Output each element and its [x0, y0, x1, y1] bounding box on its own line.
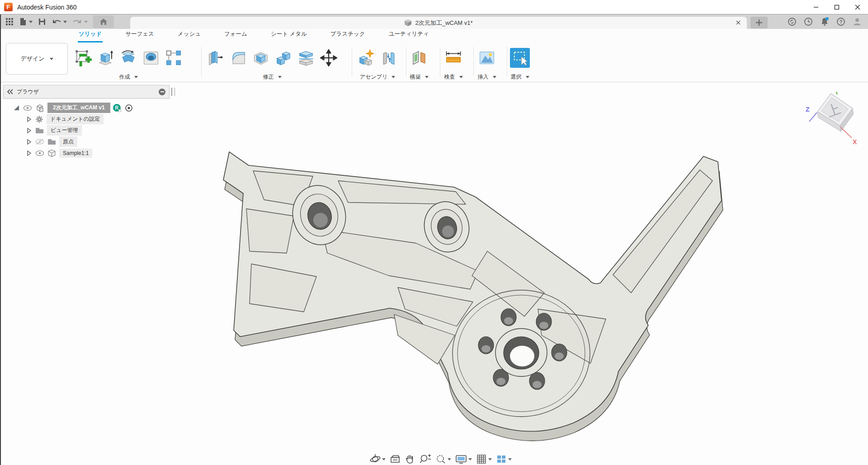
app-grid-button[interactable] — [3, 15, 16, 28]
new-component-icon — [358, 49, 375, 66]
viewcube-z-axis-label: Z — [806, 106, 810, 113]
browser-resize-handle[interactable] — [171, 88, 175, 96]
save-button[interactable] — [35, 15, 49, 28]
browser-item-sample-body[interactable]: Sample1:1 — [3, 147, 176, 159]
expand-arrow-icon[interactable] — [26, 116, 32, 122]
grid-snap-button[interactable] — [476, 454, 492, 465]
insert-image-button[interactable] — [477, 47, 497, 68]
tab-plastic[interactable]: プラスチック — [330, 30, 366, 42]
browser-item-origin[interactable]: 原点 — [3, 136, 176, 147]
pan-button[interactable] — [405, 454, 415, 465]
browser-item-document-settings[interactable]: ドキュメントの設定 — [3, 113, 176, 125]
visibility-eye-icon[interactable] — [35, 150, 44, 156]
display-settings-icon — [455, 454, 467, 465]
undo-button[interactable] — [49, 15, 70, 28]
help-button[interactable]: ? — [835, 16, 846, 27]
orbit-caret-icon — [382, 458, 386, 460]
press-pull-button[interactable] — [206, 47, 226, 68]
browser-panel: ブラウザ 2次元加工_wCAM — [3, 85, 176, 159]
group-label-select[interactable]: 選択 — [510, 72, 530, 81]
construct-plane-button[interactable] — [409, 47, 429, 68]
collapse-panel-icon — [7, 89, 14, 94]
group-label-inspect[interactable]: 検査 — [443, 72, 463, 81]
tab-mesh[interactable]: メッシュ — [177, 30, 202, 42]
notifications-button[interactable] — [819, 16, 830, 27]
component-document-icon — [35, 104, 44, 112]
group-assemble-caret-icon — [392, 76, 395, 78]
extensions-button[interactable] — [787, 16, 797, 27]
combine-button[interactable] — [274, 47, 293, 68]
new-tab-button[interactable] — [750, 17, 768, 28]
move-copy-button[interactable] — [319, 47, 339, 68]
look-at-button[interactable] — [390, 454, 401, 465]
tab-solid[interactable]: ソリッド — [78, 30, 103, 42]
combine-icon — [275, 49, 292, 66]
group-label-modify[interactable]: 修正 — [206, 72, 339, 81]
hole-icon — [142, 49, 160, 66]
orbit-button[interactable] — [370, 454, 386, 465]
view-cube[interactable]: 上 Z X — [792, 88, 864, 156]
clock-icon — [803, 17, 813, 27]
shell-button[interactable] — [251, 47, 271, 68]
job-status-button[interactable] — [803, 16, 814, 27]
folder-icon — [47, 138, 56, 145]
group-inspect: 検査 — [443, 43, 463, 81]
expand-arrow-icon[interactable] — [26, 127, 32, 134]
tab-close-button[interactable] — [734, 19, 742, 27]
revolve-button[interactable] — [118, 47, 138, 68]
fit-icon — [435, 454, 446, 465]
file-menu-button[interactable] — [16, 15, 35, 28]
display-settings-button[interactable] — [455, 454, 472, 465]
tab-utility[interactable]: ユーティリティ — [388, 30, 430, 42]
group-inspect-caret-icon — [459, 76, 463, 78]
fit-button[interactable] — [435, 454, 451, 465]
close-button[interactable] — [847, 0, 868, 14]
visibility-eye-icon[interactable] — [23, 105, 32, 111]
document-tab[interactable]: 2次元加工_wCAM v1* — [130, 17, 747, 29]
group-create-caret-icon — [134, 76, 138, 78]
expand-arrow-icon[interactable] — [26, 150, 32, 156]
visibility-off-eye-icon[interactable] — [35, 138, 44, 145]
minimize-button[interactable] — [806, 0, 826, 14]
group-label-construct[interactable]: 構築 — [409, 72, 429, 81]
tab-sheetmetal[interactable]: シート メタル — [270, 30, 308, 42]
document-title: 2次元加工_wCAM v1* — [415, 19, 472, 27]
profile-button[interactable] — [852, 16, 863, 27]
group-label-assemble[interactable]: アセンブリ — [356, 72, 399, 81]
activate-radio-icon[interactable] — [124, 103, 133, 113]
workspace-selector[interactable]: デザイン — [6, 43, 68, 75]
look-at-icon — [390, 454, 401, 465]
split-body-button[interactable] — [296, 47, 316, 68]
group-label-create[interactable]: 作成 — [73, 72, 184, 81]
viewport-canvas[interactable]: ブラウザ 2次元加工_wCAM — [0, 82, 868, 465]
expand-arrow-icon[interactable] — [26, 139, 32, 145]
viewports-button[interactable] — [496, 454, 512, 465]
measure-button[interactable] — [443, 47, 463, 68]
root-component-label[interactable]: 2次元加工_wCAM v1 — [47, 103, 110, 113]
new-component-button[interactable] — [356, 47, 376, 68]
window-left-edge — [0, 14, 1, 465]
create-sketch-button[interactable] — [73, 47, 93, 68]
tab-surface[interactable]: サーフェス — [124, 30, 155, 42]
expanded-corner-icon[interactable] — [13, 104, 20, 111]
browser-header[interactable]: ブラウザ — [3, 85, 170, 99]
redo-icon — [72, 18, 82, 26]
maximize-button[interactable] — [826, 0, 847, 14]
browser-collapse-button[interactable] — [159, 89, 165, 95]
rectangular-pattern-button[interactable] — [164, 47, 184, 68]
create-sketch-icon — [75, 49, 92, 66]
hole-button[interactable] — [141, 47, 161, 68]
extrude-button[interactable] — [96, 47, 116, 68]
file-menu-caret-icon — [29, 21, 33, 23]
group-construct-caret-icon — [425, 76, 429, 78]
redo-button[interactable] — [70, 15, 90, 28]
select-button[interactable] — [510, 48, 530, 68]
joint-button[interactable] — [379, 47, 399, 68]
group-label-insert[interactable]: 挿入 — [477, 72, 497, 81]
browser-root-row[interactable]: 2次元加工_wCAM v1 R — [3, 102, 176, 113]
browser-item-view-management[interactable]: ビュー管理 — [3, 125, 176, 136]
zoom-button[interactable] — [420, 454, 431, 465]
tab-form[interactable]: フォーム — [223, 30, 248, 42]
home-view-button[interactable] — [93, 15, 114, 28]
fillet-button[interactable] — [228, 47, 248, 68]
